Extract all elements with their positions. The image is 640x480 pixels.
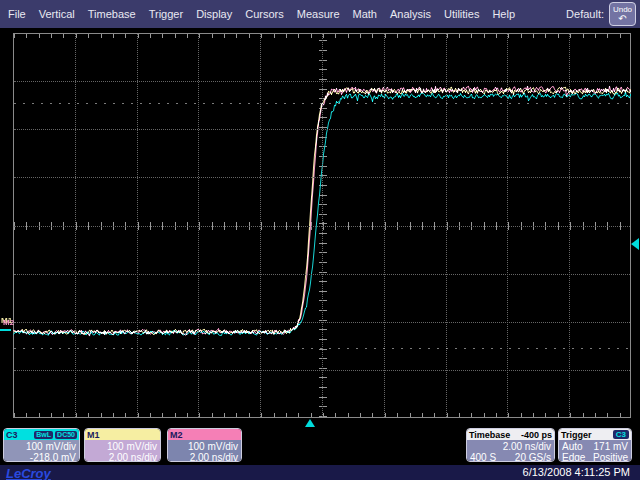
m1-time-per-div: 2.00 ns/div [88,452,157,462]
m1-label: M1 [87,430,100,440]
menu-bar: File Vertical Timebase Trigger Display C… [0,0,640,28]
menu-item-measure[interactable]: Measure [297,8,340,20]
undo-button[interactable]: Undo ↶ [609,2,636,26]
menu-item-help[interactable]: Help [492,8,515,20]
trigger-descriptor-header: Trigger C3 [559,429,631,440]
trigger-level: 171 mV [594,441,628,452]
menu-item-file[interactable]: File [8,8,26,20]
gridline-horizontal [14,129,630,130]
m2-descriptor-header: M2 [168,429,241,440]
datetime-display: 6/13/2008 4:11:25 PM [523,466,630,478]
m2-marker-label: M2 [3,318,14,327]
timebase-time-per-div: 2.00 ns/div [470,441,551,452]
bandwidth-limit-badge: BwL [34,431,53,439]
timebase-position: -400 ps [521,430,552,440]
graticule [13,33,631,418]
oscilloscope-screen: File Vertical Timebase Trigger Display C… [0,0,640,480]
m2-volts-per-div: 100 mV/div [171,441,238,452]
gridline-horizontal [14,81,630,82]
measurement-level-line [14,348,630,349]
m1-descriptor-box[interactable]: M1 100 mV/div 2.00 ns/div [84,428,161,462]
default-label: Default: [566,8,604,20]
trigger-type: Edge [562,452,585,462]
trigger-title: Trigger [561,430,592,440]
c3-descriptor-box[interactable]: C3 BwL DC50 100 mV/div -218.0 mV [3,428,80,462]
trigger-slope: Positive [593,452,628,462]
c3-volts-per-div: 100 mV/div [7,441,76,452]
m2-label: M2 [170,430,183,440]
c3-descriptor-header: C3 BwL DC50 [4,429,79,440]
menu-item-utilities[interactable]: Utilities [444,8,479,20]
trigger-level-marker[interactable] [631,238,639,250]
trigger-source-badge: C3 [613,430,629,439]
timebase-descriptor-box[interactable]: Timebase -400 ps 2.00 ns/div 400 S 20 GS… [466,428,555,462]
timebase-title: Timebase [469,430,510,440]
coupling-badge: DC50 [55,431,77,439]
timebase-sample-count: 400 S [470,452,496,462]
gridline-horizontal [14,177,630,178]
menu-item-vertical[interactable]: Vertical [39,8,75,20]
m1-volts-per-div: 100 mV/div [88,441,157,452]
trigger-descriptor-box[interactable]: Trigger C3 Auto 171 mV Edge Positive [558,428,632,462]
trigger-mode: Auto [562,441,583,452]
c3-offset: -218.0 mV [7,452,76,462]
timebase-descriptor-header: Timebase -400 ps [467,429,554,440]
m2-time-per-div: 2.00 ns/div [171,452,238,462]
menu-item-analysis[interactable]: Analysis [390,8,431,20]
c3-zero-level-marker[interactable] [0,329,11,331]
gridline-horizontal [14,274,630,275]
undo-arrow-icon: ↶ [618,14,626,23]
menu-item-display[interactable]: Display [196,8,232,20]
menu-item-timebase[interactable]: Timebase [88,8,136,20]
m2-descriptor-box[interactable]: M2 100 mV/div 2.00 ns/div [167,428,242,462]
menu-item-math[interactable]: Math [353,8,377,20]
m1-descriptor-header: M1 [85,429,160,440]
menu-item-cursors[interactable]: Cursors [245,8,284,20]
trigger-time-marker[interactable] [305,419,315,427]
timebase-sample-rate: 20 GS/s [515,452,551,462]
measurement-level-line [14,103,630,104]
c3-label: C3 [6,430,18,440]
menu-item-trigger[interactable]: Trigger [149,8,183,20]
gridline-horizontal [14,322,630,323]
gridline-horizontal [14,226,630,227]
lecroy-logo[interactable]: LeCroy [6,466,51,480]
gridline-horizontal [14,370,630,371]
